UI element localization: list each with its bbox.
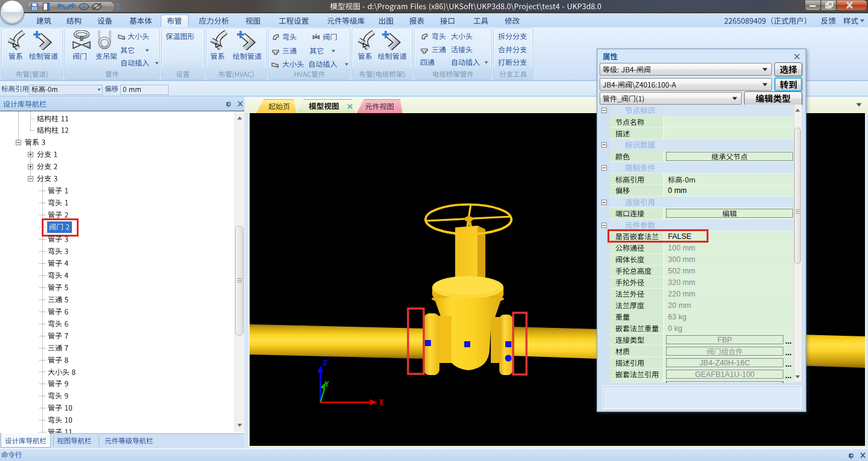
svg-text:X: X xyxy=(379,399,384,407)
svg-text:Z: Z xyxy=(323,359,327,368)
svg-text:Y: Y xyxy=(325,381,329,389)
